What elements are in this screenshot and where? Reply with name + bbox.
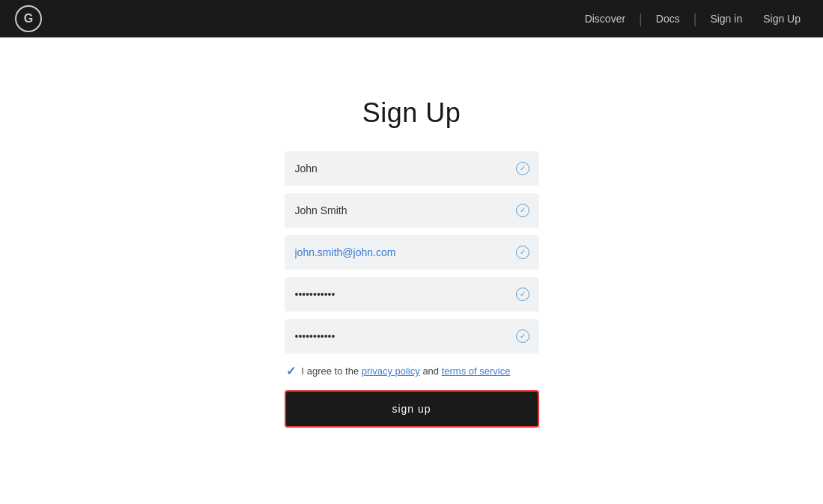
- signup-button[interactable]: sign up: [285, 390, 539, 428]
- confirm-password-wrapper: [285, 319, 539, 353]
- agreement-text: I agree to the privacy policy and terms …: [302, 365, 511, 377]
- first-name-input[interactable]: [285, 151, 539, 186]
- first-name-wrapper: [285, 151, 539, 186]
- password-check-icon: [515, 287, 530, 302]
- check-circle-4: [516, 288, 529, 301]
- signup-nav-link[interactable]: Sign Up: [756, 13, 808, 25]
- full-name-input[interactable]: [285, 193, 539, 228]
- agreement-prefix: I agree to the: [302, 365, 362, 377]
- agreement-row: ✓ I agree to the privacy policy and term…: [285, 364, 539, 378]
- navbar: G Discover | Docs | Sign in Sign Up: [0, 0, 823, 37]
- email-input[interactable]: [285, 235, 539, 270]
- page-title: Sign Up: [362, 97, 461, 129]
- full-name-wrapper: [285, 193, 539, 228]
- logo: G: [15, 5, 42, 32]
- privacy-policy-link[interactable]: privacy policy: [362, 365, 420, 377]
- confirm-password-check-icon: [515, 329, 530, 344]
- docs-link[interactable]: Docs: [649, 13, 687, 25]
- nav-separator-2: |: [693, 11, 697, 27]
- logo-icon: G: [15, 5, 42, 32]
- agreement-and: and: [420, 365, 442, 377]
- check-circle-5: [516, 330, 529, 343]
- email-wrapper: [285, 235, 539, 270]
- full-name-check-icon: [515, 203, 530, 218]
- confirm-password-input[interactable]: [285, 319, 539, 353]
- nav-separator-1: |: [639, 11, 643, 27]
- first-name-check-icon: [515, 161, 530, 176]
- signup-form: ✓ I agree to the privacy policy and term…: [285, 151, 539, 428]
- password-input[interactable]: [285, 277, 539, 312]
- terms-of-service-link[interactable]: terms of service: [442, 365, 511, 377]
- email-check-icon: [515, 245, 530, 260]
- agreement-check-icon: ✓: [286, 364, 296, 378]
- main-content: Sign Up: [0, 37, 823, 428]
- check-circle-3: [516, 246, 529, 259]
- signin-link[interactable]: Sign in: [702, 13, 750, 25]
- navbar-links: Discover | Docs | Sign in Sign Up: [577, 11, 808, 27]
- password-wrapper: [285, 277, 539, 312]
- discover-link[interactable]: Discover: [577, 13, 633, 25]
- check-circle-2: [516, 204, 529, 217]
- check-circle-1: [516, 162, 529, 175]
